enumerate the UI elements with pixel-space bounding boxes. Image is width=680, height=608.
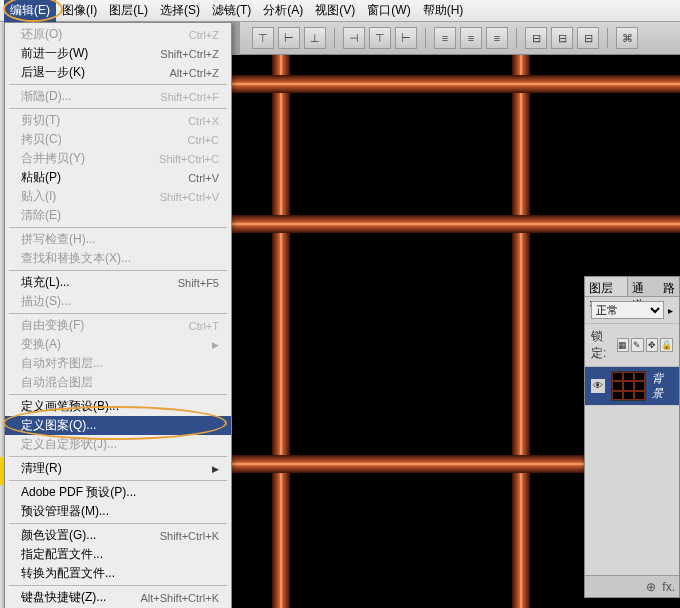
menu-shortcut: Ctrl+X	[188, 115, 219, 127]
menu-entry: 清除(E)	[5, 206, 231, 225]
visibility-eye-icon[interactable]: 👁	[591, 379, 605, 393]
panel-footer: ⊕ fx.	[585, 575, 679, 597]
menu-entry: 合并拷贝(Y)Shift+Ctrl+C	[5, 149, 231, 168]
menu-entry-label: 变换(A)	[21, 336, 61, 353]
dist-btn-4[interactable]: ⊟	[525, 27, 547, 49]
dist-btn-2[interactable]: ≡	[460, 27, 482, 49]
align-btn-1[interactable]: ⊤	[252, 27, 274, 49]
menu-entry[interactable]: 前进一步(W)Shift+Ctrl+Z	[5, 44, 231, 63]
menu-entry: 描边(S)...	[5, 292, 231, 311]
menu-entry-label: 指定配置文件...	[21, 546, 103, 563]
menu-entry-label: Adobe PDF 预设(P)...	[21, 484, 136, 501]
lock-move-icon[interactable]: ✥	[646, 338, 658, 352]
menu-separator	[9, 270, 227, 271]
layers-empty-area	[585, 405, 679, 575]
menu-shortcut: Shift+Ctrl+C	[159, 153, 219, 165]
lock-paint-icon[interactable]: ✎	[631, 338, 643, 352]
menu-entry: 自动混合图层	[5, 373, 231, 392]
dist-btn-1[interactable]: ≡	[434, 27, 456, 49]
menu-separator	[9, 108, 227, 109]
menu-entry-label: 描边(S)...	[21, 293, 71, 310]
align-btn-2[interactable]: ⊢	[278, 27, 300, 49]
menu-item[interactable]: 选择(S)	[154, 0, 206, 22]
menu-entry-label: 颜色设置(G)...	[21, 527, 96, 544]
fx-icon[interactable]: fx.	[662, 580, 675, 594]
menu-entry[interactable]: 定义画笔预设(B)...	[5, 397, 231, 416]
menu-entry[interactable]: 填充(L)...Shift+F5	[5, 273, 231, 292]
submenu-arrow-icon: ▶	[212, 340, 219, 350]
blend-mode-select[interactable]: 正常	[591, 301, 664, 319]
menu-separator	[9, 313, 227, 314]
dist-btn-3[interactable]: ≡	[486, 27, 508, 49]
dist-btn-5[interactable]: ⊟	[551, 27, 573, 49]
panel-tab[interactable]: 通道	[628, 277, 659, 296]
menu-entry-label: 自动混合图层	[21, 374, 93, 391]
menu-entry: 渐隐(D)...Shift+Ctrl+F	[5, 87, 231, 106]
menu-item[interactable]: 帮助(H)	[417, 0, 470, 22]
grid-vbar	[512, 55, 530, 608]
lock-row: 锁定: ▦ ✎ ✥ 🔒	[585, 323, 679, 366]
menu-separator	[9, 394, 227, 395]
menu-shortcut: Shift+Ctrl+F	[160, 91, 219, 103]
menu-bar: 编辑(E)图像(I)图层(L)选择(S)滤镜(T)分析(A)视图(V)窗口(W)…	[0, 0, 680, 22]
lock-label: 锁定:	[591, 328, 615, 362]
menu-item[interactable]: 视图(V)	[309, 0, 361, 22]
menu-entry[interactable]: 转换为配置文件...	[5, 564, 231, 583]
menu-entry: 贴入(I)Shift+Ctrl+V	[5, 187, 231, 206]
menu-entry[interactable]: 键盘快捷键(Z)...Alt+Shift+Ctrl+K	[5, 588, 231, 607]
menu-entry[interactable]: 预设管理器(M)...	[5, 502, 231, 521]
grid-hbar	[232, 75, 680, 93]
menu-item[interactable]: 图像(I)	[56, 0, 103, 22]
toolbar-sep	[516, 28, 517, 48]
menu-item[interactable]: 图层(L)	[103, 0, 154, 22]
menu-entry[interactable]: 粘贴(P)Ctrl+V	[5, 168, 231, 187]
align-btn-6[interactable]: ⊢	[395, 27, 417, 49]
menu-shortcut: Ctrl+Z	[189, 29, 219, 41]
menu-entry-label: 前进一步(W)	[21, 45, 88, 62]
menu-entry-label: 键盘快捷键(Z)...	[21, 589, 106, 606]
lock-transparent-icon[interactable]: ▦	[617, 338, 629, 352]
menu-entry-label: 清除(E)	[21, 207, 61, 224]
menu-item[interactable]: 编辑(E)	[4, 0, 56, 22]
menu-item[interactable]: 窗口(W)	[361, 0, 416, 22]
menu-entry-label: 粘贴(P)	[21, 169, 61, 186]
menu-entry-label: 自动对齐图层...	[21, 355, 103, 372]
grid-hbar	[232, 215, 680, 233]
menu-shortcut: Ctrl+V	[188, 172, 219, 184]
menu-entry[interactable]: 颜色设置(G)...Shift+Ctrl+K	[5, 526, 231, 545]
menu-entry-label: 定义自定形状(J)...	[21, 436, 117, 453]
align-btn-4[interactable]: ⊣	[343, 27, 365, 49]
panel-tab[interactable]: 路	[659, 277, 679, 296]
layer-row-background[interactable]: 👁 背景	[585, 366, 679, 405]
menu-separator	[9, 84, 227, 85]
menu-shortcut: Shift+Ctrl+K	[160, 530, 219, 542]
menu-entry[interactable]: 定义图案(Q)...	[5, 416, 231, 435]
layer-thumbnail[interactable]	[611, 371, 646, 401]
misc-btn[interactable]: ⌘	[616, 27, 638, 49]
dist-btn-6[interactable]: ⊟	[577, 27, 599, 49]
menu-shortcut: Shift+Ctrl+Z	[160, 48, 219, 60]
menu-entry: 拼写检查(H)...	[5, 230, 231, 249]
menu-item[interactable]: 滤镜(T)	[206, 0, 257, 22]
menu-entry-label: 自由变换(F)	[21, 317, 84, 334]
menu-entry-label: 拼写检查(H)...	[21, 231, 96, 248]
menu-entry-label: 渐隐(D)...	[21, 88, 72, 105]
link-layers-icon[interactable]: ⊕	[646, 580, 656, 594]
align-btn-3[interactable]: ⊥	[304, 27, 326, 49]
lock-all-icon[interactable]: 🔒	[660, 338, 673, 352]
submenu-arrow-icon: ▶	[212, 464, 219, 474]
menu-entry-label: 定义图案(Q)...	[21, 417, 96, 434]
toolbar-sep	[334, 28, 335, 48]
menu-entry[interactable]: Adobe PDF 预设(P)...	[5, 483, 231, 502]
menu-entry[interactable]: 指定配置文件...	[5, 545, 231, 564]
menu-entry[interactable]: 清理(R)▶	[5, 459, 231, 478]
menu-shortcut: Shift+Ctrl+V	[160, 191, 219, 203]
menu-entry-label: 还原(O)	[21, 26, 62, 43]
menu-item[interactable]: 分析(A)	[257, 0, 309, 22]
panel-tab[interactable]: 图层 ×	[585, 277, 628, 296]
opacity-arrows-icon[interactable]: ▸	[668, 305, 673, 316]
menu-separator	[9, 227, 227, 228]
align-btn-5[interactable]: ⊤	[369, 27, 391, 49]
menu-entry[interactable]: 后退一步(K)Alt+Ctrl+Z	[5, 63, 231, 82]
menu-shortcut: Alt+Shift+Ctrl+K	[140, 592, 219, 604]
